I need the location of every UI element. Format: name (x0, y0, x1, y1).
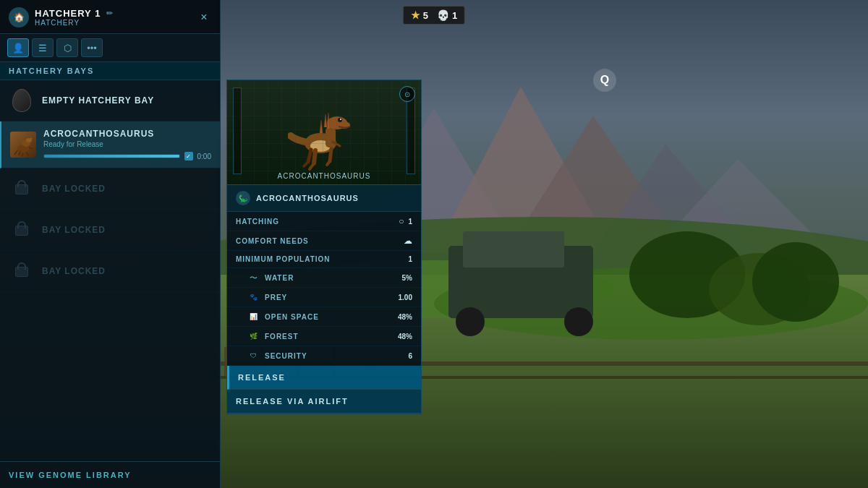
bay-empty-name: EMPTY HATCHERY BAY (42, 95, 211, 106)
panel-subtitle: HATCHERY (35, 19, 113, 27)
svg-point-13 (752, 242, 839, 322)
dino-thumbnail (10, 132, 36, 158)
bay-item-locked-2[interactable]: BAY LOCKED (0, 210, 220, 251)
bay-acro-info: ACROCANTHOSAURUS Ready for Release ✓ 0:0… (43, 129, 211, 160)
panel-name: HATCHERY 1 (35, 8, 101, 19)
edit-icon[interactable]: ✏ (106, 9, 113, 18)
progress-check: ✓ (184, 152, 193, 160)
egg-shape (12, 89, 31, 112)
svg-point-17 (564, 307, 593, 336)
prey-icon: 🐾 (247, 291, 259, 303)
open-space-label: OPEN SPACE (265, 313, 392, 321)
toolbar-btn-person[interactable]: 👤 (7, 38, 29, 57)
lock-shape-3 (14, 262, 29, 280)
toolbar-btn-hex[interactable]: ⬡ (56, 38, 78, 57)
lock-shape-1 (14, 180, 29, 197)
forest-icon: 🌿 (247, 330, 259, 342)
stat-forest-row: 🌿 FOREST 48% (227, 327, 421, 346)
forest-value: 48% (398, 333, 412, 341)
stat-water-row: 〜 WATER 5% (227, 268, 421, 288)
open-space-icon: 📊 (247, 311, 259, 322)
progress-bar (43, 154, 180, 158)
bay-item-empty[interactable]: EMPTY HATCHERY BAY (0, 80, 220, 121)
water-label: WATER (265, 274, 396, 282)
dino-species-name: ACROCANTHOSAURUS (256, 194, 359, 202)
left-panel: 🏠 HATCHERY 1 ✏ HATCHERY × 👤 ☰ ⬡ ••• HATC… (0, 0, 221, 488)
bay-locked-3-name: BAY LOCKED (42, 266, 211, 276)
hud-skull-count: 1 (452, 10, 457, 21)
svg-line-29 (14, 150, 17, 155)
comfort-needs-icon: ☁ (404, 236, 412, 246)
bay-acro-progress: ✓ 0:00 (43, 152, 211, 160)
svg-line-32 (22, 153, 23, 157)
lock-shackle-1 (17, 180, 26, 187)
bay-item-locked-1[interactable]: BAY LOCKED (0, 168, 220, 210)
hud-skulls: 💀 1 (437, 9, 457, 21)
bay-locked-1-info: BAY LOCKED (42, 184, 211, 194)
svg-line-31 (26, 152, 29, 156)
toolbar-btn-menu[interactable]: ☰ (32, 38, 54, 57)
dino-preview-label: ACROCANTHOSAURUS (278, 172, 371, 180)
hatching-egg-icon: ○ (399, 216, 404, 226)
toolbar-btn-more[interactable]: ••• (81, 38, 103, 57)
hatching-row: HATCHING ○ 1 (227, 212, 421, 231)
water-value: 5% (402, 274, 412, 282)
genome-library-button[interactable]: VIEW GENOME LIBRARY (0, 461, 220, 488)
bay-acro-status: Ready for Release (43, 140, 211, 148)
bay-lock-icon-2 (9, 217, 35, 243)
bay-acro-name: ACROCANTHOSAURUS (43, 129, 211, 139)
stat-prey-row: 🐾 PREY 1.00 (227, 288, 421, 307)
close-button[interactable]: × (197, 10, 211, 25)
release-airlift-button[interactable]: RELEASE VIA AIRLIFT (227, 390, 421, 414)
bay-empty-info: EMPTY HATCHERY BAY (42, 95, 211, 106)
water-icon: 〜 (247, 272, 259, 283)
star-icon: ★ (411, 9, 420, 21)
panel-toolbar: 👤 ☰ ⬡ ••• (0, 34, 220, 62)
bay-item-acrocanthosaurus[interactable]: ACROCANTHOSAURUS Ready for Release ✓ 0:0… (0, 121, 220, 168)
release-button[interactable]: RELEASE (227, 366, 421, 390)
dino-name-row: 🦕 ACROCANTHOSAURUS (227, 185, 421, 212)
bay-locked-2-info: BAY LOCKED (42, 225, 211, 235)
stat-security-row: 🛡 SECURITY 6 (227, 346, 421, 366)
comfort-needs-label: COMFORT NEEDS (236, 237, 309, 245)
panel-title-text: HATCHERY 1 ✏ HATCHERY (35, 8, 113, 27)
open-space-value: 48% (398, 313, 412, 321)
bay-locked-1-name: BAY LOCKED (42, 184, 211, 194)
security-value: 6 (408, 352, 412, 360)
bay-item-locked-3[interactable]: BAY LOCKED (0, 251, 220, 292)
dino-preview: ⊙ (227, 80, 421, 185)
panel-title-area: 🏠 HATCHERY 1 ✏ HATCHERY (9, 7, 113, 27)
lock-shackle-3 (17, 262, 26, 270)
bay-lock-icon-3 (9, 258, 35, 284)
skull-icon: 💀 (437, 9, 449, 21)
min-population-value: 1 (408, 255, 412, 263)
bay-egg-icon (9, 87, 35, 114)
detail-panel: ⊙ (226, 80, 422, 414)
help-icon[interactable]: Q (593, 69, 616, 92)
dino-type-icon: 🦕 (236, 191, 250, 205)
security-icon: 🛡 (247, 350, 259, 361)
prey-label: PREY (265, 294, 393, 301)
bay-locked-3-info: BAY LOCKED (42, 266, 211, 276)
svg-line-33 (29, 147, 33, 149)
preview-bg-grid (227, 80, 421, 184)
bay-lock-icon-1 (9, 176, 35, 202)
security-label: SECURITY (265, 352, 402, 360)
min-population-row: MINIMUM POPULATION 1 (227, 251, 421, 268)
bay-dino-icon (10, 132, 36, 158)
progress-time: 0:00 (197, 153, 211, 160)
progress-fill (44, 155, 179, 158)
panel-header: 🏠 HATCHERY 1 ✏ HATCHERY × (0, 0, 220, 34)
bay-locked-2-name: BAY LOCKED (42, 225, 211, 235)
svg-rect-15 (463, 231, 564, 267)
top-hud: ★ 5 💀 1 (403, 6, 465, 25)
svg-point-16 (456, 307, 485, 336)
hud-stars: ★ 5 (411, 9, 428, 21)
preview-sidebar-left (233, 87, 242, 174)
comfort-needs-row: COMFORT NEEDS ☁ (227, 231, 421, 251)
hatching-value: 1 (408, 218, 412, 226)
hud-star-count: 5 (423, 10, 428, 21)
hatching-label: HATCHING (236, 218, 279, 226)
stat-open-space-row: 📊 OPEN SPACE 48% (227, 307, 421, 327)
panel-icon: 🏠 (9, 7, 29, 27)
